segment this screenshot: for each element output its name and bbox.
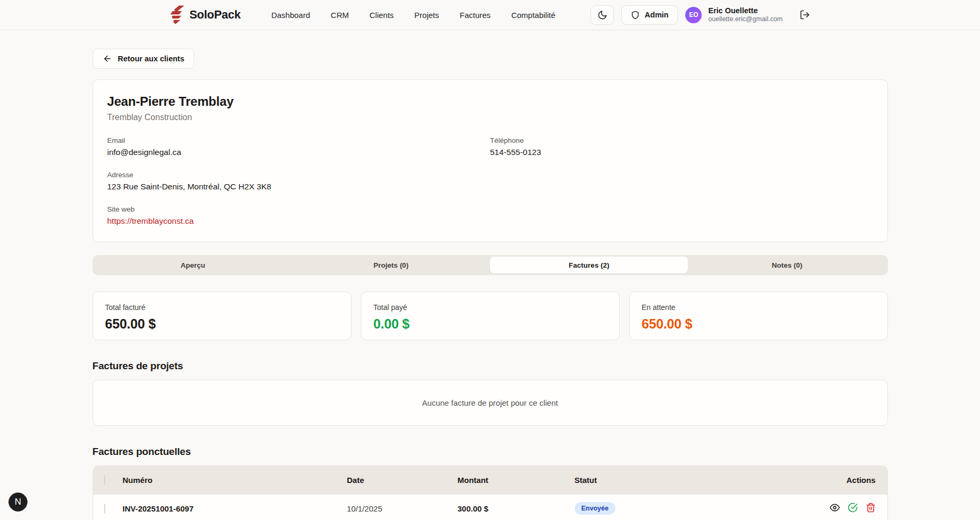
- client-name: Jean-Pierre Tremblay: [107, 94, 873, 109]
- brand-name: SoloPack: [189, 8, 241, 22]
- invoices-table-card: Numéro Date Montant Statut Actions INV-2…: [93, 466, 888, 520]
- stat-total-paid: Total payé 0.00 $: [361, 291, 620, 340]
- client-address-field: Adresse 123 Rue Saint-Denis, Montréal, Q…: [107, 171, 873, 191]
- arrow-left-icon: [103, 54, 112, 63]
- invoice-row: INV-20251001-6097 10/1/2025 300.00 $ Env…: [93, 494, 887, 520]
- stat-pending: En attente 650.00 $: [629, 291, 888, 340]
- mark-paid-button[interactable]: [848, 503, 858, 513]
- user-info: Eric Ouellette ouellette.eric@gmail.com: [708, 6, 783, 24]
- select-all-checkbox[interactable]: [104, 475, 105, 485]
- solopack-logo-icon: [170, 5, 185, 24]
- row-checkbox[interactable]: [104, 504, 105, 514]
- theme-toggle-button[interactable]: [591, 5, 614, 25]
- stat-value: 650.00 $: [642, 316, 875, 332]
- phone-value: 514-555-0123: [490, 148, 873, 157]
- eye-icon: [830, 503, 840, 513]
- invoice-date: 10/1/2025: [347, 494, 458, 520]
- phone-label: Téléphone: [490, 136, 873, 144]
- table-header-row: Numéro Date Montant Statut Actions: [93, 466, 887, 494]
- column-header-montant: Montant: [458, 466, 575, 494]
- check-circle-icon: [848, 503, 858, 513]
- delete-invoice-button[interactable]: [866, 503, 876, 513]
- one-time-invoices-title: Factures ponctuelles: [93, 446, 888, 458]
- invoices-table: Numéro Date Montant Statut Actions INV-2…: [93, 466, 887, 520]
- nav-item-factures[interactable]: Factures: [460, 11, 491, 20]
- nav-item-projets[interactable]: Projets: [414, 11, 439, 20]
- stat-value: 0.00 $: [374, 316, 607, 332]
- column-header-date: Date: [347, 466, 458, 494]
- trash-icon: [866, 503, 876, 513]
- tab-projets[interactable]: Projets (0): [292, 257, 490, 273]
- client-phone-field: Téléphone 514-555-0123: [490, 136, 873, 157]
- stat-total-invoiced: Total facturé 650.00 $: [93, 291, 351, 340]
- user-email: ouellette.eric@gmail.com: [708, 15, 783, 24]
- tab-notes[interactable]: Notes (0): [688, 257, 886, 273]
- client-website-field: Site web https://tremblayconst.ca: [107, 205, 873, 226]
- nav-item-comptabilite[interactable]: Comptabilité: [511, 11, 555, 20]
- client-email-field: Email info@designlegal.ca: [107, 136, 491, 157]
- tab-factures[interactable]: Factures (2): [490, 257, 688, 273]
- stat-value: 650.00 $: [105, 316, 339, 332]
- moon-icon: [597, 10, 607, 20]
- back-button-label: Retour aux clients: [118, 54, 185, 63]
- top-navbar: SoloPack Dashboard CRM Clients Projets F…: [0, 0, 980, 30]
- nav-item-clients[interactable]: Clients: [369, 11, 394, 20]
- brand-logo[interactable]: SoloPack: [170, 5, 241, 24]
- address-value: 123 Rue Saint-Denis, Montréal, QC H2X 3K…: [107, 182, 873, 191]
- project-invoices-title: Factures de projets: [93, 360, 888, 372]
- nav-item-crm[interactable]: CRM: [331, 11, 349, 20]
- invoice-stats: Total facturé 650.00 $ Total payé 0.00 $…: [93, 291, 888, 340]
- nextjs-dev-badge[interactable]: N: [8, 492, 28, 512]
- view-invoice-button[interactable]: [830, 503, 840, 513]
- status-badge: Envoyée: [575, 502, 615, 515]
- logout-icon: [800, 10, 810, 20]
- client-company: Tremblay Construction: [107, 113, 873, 122]
- client-card: Jean-Pierre Tremblay Tremblay Constructi…: [93, 79, 888, 242]
- back-to-clients-button[interactable]: Retour aux clients: [93, 49, 195, 69]
- main-nav: Dashboard CRM Clients Projets Factures C…: [271, 11, 556, 20]
- website-link[interactable]: https://tremblayconst.ca: [107, 216, 194, 225]
- stat-label: Total facturé: [105, 303, 339, 312]
- avatar[interactable]: EO: [685, 7, 702, 23]
- stat-label: En attente: [642, 303, 875, 312]
- logout-button[interactable]: [800, 10, 810, 20]
- nav-item-dashboard[interactable]: Dashboard: [271, 11, 310, 20]
- invoice-amount: 300.00 $: [458, 494, 575, 520]
- column-header-statut: Statut: [575, 466, 776, 494]
- stat-label: Total payé: [374, 303, 607, 312]
- tab-apercu[interactable]: Aperçu: [94, 257, 292, 273]
- project-invoices-empty-state: Aucune facture de projet pour ce client: [93, 380, 888, 426]
- column-header-numero: Numéro: [123, 466, 347, 494]
- client-tabs: Aperçu Projets (0) Factures (2) Notes (0…: [93, 255, 888, 275]
- column-header-actions: Actions: [776, 466, 887, 494]
- user-name: Eric Ouellette: [708, 6, 783, 15]
- admin-label: Admin: [645, 11, 668, 19]
- invoice-number: INV-20251001-6097: [123, 494, 347, 520]
- address-label: Adresse: [107, 171, 873, 179]
- email-label: Email: [107, 136, 491, 144]
- admin-button[interactable]: Admin: [621, 5, 678, 25]
- empty-message: Aucune facture de projet pour ce client: [422, 398, 558, 407]
- website-label: Site web: [107, 205, 873, 213]
- email-value: info@designlegal.ca: [107, 148, 491, 157]
- shield-icon: [631, 11, 640, 20]
